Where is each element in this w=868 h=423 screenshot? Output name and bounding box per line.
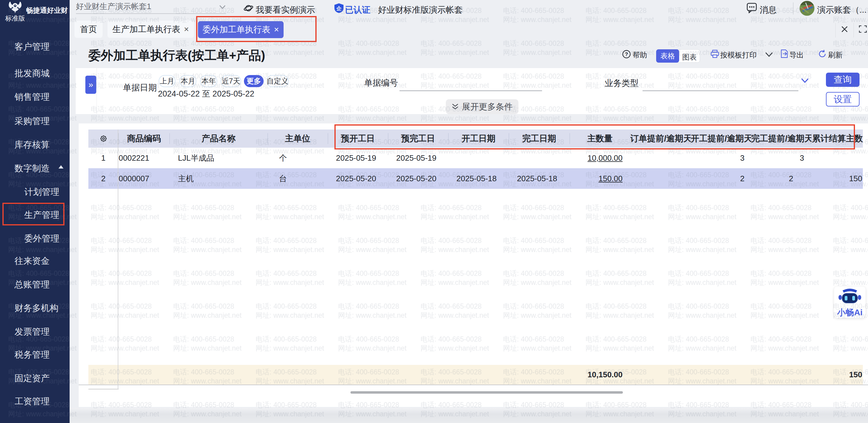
svg-text:企: 企 [336, 6, 342, 11]
svg-text:?: ? [625, 52, 628, 57]
